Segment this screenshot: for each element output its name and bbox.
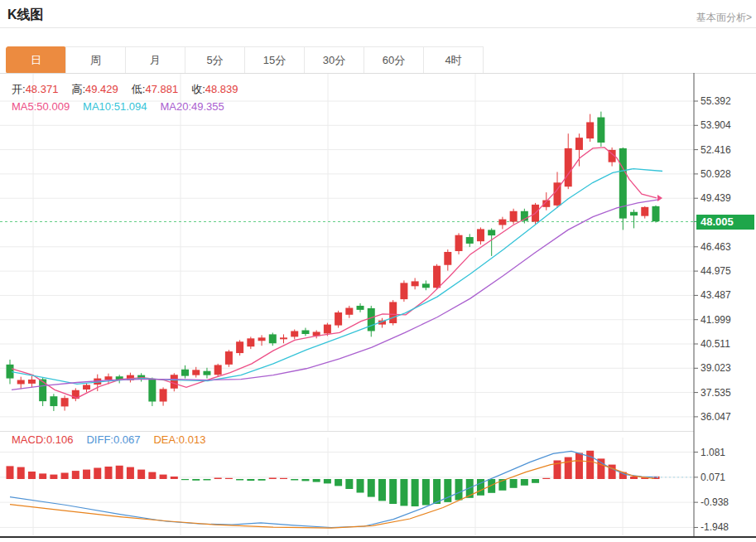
- macd-bar: [532, 479, 539, 483]
- candle-body: [148, 380, 156, 402]
- candle-body: [619, 148, 627, 219]
- current-price-marker: 48.005: [696, 215, 754, 230]
- candle-body: [498, 220, 506, 225]
- macd-bar: [597, 458, 604, 479]
- candle-body: [433, 266, 441, 288]
- macd-bar: [378, 479, 386, 501]
- axis-label: 37.535: [701, 387, 731, 399]
- info-pair: DIFF:0.067: [86, 433, 140, 446]
- info-value: 0.067: [113, 433, 141, 446]
- info-pair: 高:49.429: [71, 83, 118, 95]
- info-label: MA20:: [160, 100, 191, 113]
- candle-body: [7, 365, 14, 379]
- info-value: 49.355: [191, 100, 224, 113]
- macd-bar: [357, 479, 364, 493]
- candle-body: [357, 306, 364, 310]
- axis-label: 0.071: [701, 472, 725, 483]
- candle-body: [203, 371, 210, 375]
- macd-info-row: MACD:0.106DIFF:0.067DEA:0.013: [12, 433, 219, 446]
- candle-body: [597, 118, 604, 143]
- macd-bar: [236, 479, 243, 481]
- axis-label: 44.975: [701, 265, 731, 277]
- macd-bar: [422, 479, 430, 506]
- axis-label: 52.416: [701, 144, 731, 156]
- ohlc-info-row: 开:48.371高:49.429低:47.881收:48.839: [12, 82, 252, 97]
- candle-body: [586, 122, 594, 138]
- macd-bar: [203, 479, 210, 481]
- candle-body: [455, 235, 463, 251]
- candle-body: [181, 370, 189, 376]
- macd-bar: [192, 479, 200, 481]
- candle-body: [400, 283, 407, 299]
- candle-body: [280, 337, 287, 339]
- axis-label: 55.392: [701, 95, 731, 107]
- macd-bar: [575, 453, 583, 480]
- macd-bar: [28, 472, 36, 479]
- macd-bar: [280, 478, 287, 479]
- macd-bar: [609, 465, 616, 479]
- macd-bar: [542, 478, 550, 479]
- candle-body: [247, 338, 254, 346]
- candle-body: [652, 206, 659, 221]
- macd-bar: [630, 477, 638, 479]
- macd-bar: [214, 478, 222, 480]
- axis-label: -0.938: [701, 496, 729, 508]
- macd-bar: [510, 479, 518, 488]
- info-label: 开:: [12, 83, 26, 95]
- info-label: MACD:: [12, 433, 46, 446]
- macd-bar: [83, 470, 90, 479]
- macd-bar: [389, 479, 397, 504]
- candle-body: [291, 331, 298, 336]
- macd-bar: [291, 479, 298, 481]
- candle-body: [324, 325, 331, 334]
- info-pair: 收:48.839: [191, 83, 238, 95]
- info-pair: MA10:51.094: [83, 100, 147, 113]
- candle-body: [83, 385, 90, 390]
- axis-label: 46.463: [701, 241, 731, 253]
- ma10-line: [12, 169, 662, 385]
- info-pair: MA20:49.355: [160, 100, 224, 113]
- candle-body: [39, 380, 46, 402]
- candle-body: [28, 380, 36, 384]
- info-value: 51.094: [114, 100, 147, 113]
- macd-bar: [324, 479, 331, 483]
- info-value: 49.429: [85, 83, 118, 95]
- macd-bar: [433, 479, 441, 504]
- macd-bar: [17, 467, 25, 479]
- candle-body: [335, 312, 342, 326]
- macd-bar: [137, 470, 145, 479]
- macd-bar: [400, 479, 407, 506]
- info-value: 0.106: [46, 433, 74, 446]
- candle-body: [565, 148, 572, 186]
- macd-bar: [565, 457, 572, 479]
- macd-bar: [61, 473, 69, 480]
- candle-body: [301, 330, 309, 334]
- macd-bar: [368, 479, 375, 497]
- macd-bar: [148, 472, 156, 479]
- candle-body: [630, 212, 638, 215]
- axis-label: 39.023: [701, 362, 731, 374]
- info-pair: MACD:0.106: [12, 433, 73, 446]
- candle-body: [236, 341, 243, 353]
- candle-body: [477, 229, 484, 241]
- candle-body: [466, 237, 474, 244]
- info-label: MA10:: [83, 100, 114, 113]
- macd-bar: [160, 475, 167, 479]
- info-label: DEA:: [153, 433, 178, 446]
- macd-bar: [39, 473, 46, 479]
- axis-label: 43.487: [701, 289, 731, 301]
- info-pair: 开:48.371: [12, 83, 58, 95]
- macd-bar: [335, 479, 342, 486]
- info-label: 低:: [132, 83, 146, 95]
- candle-body: [258, 337, 266, 341]
- candle-body: [368, 308, 375, 331]
- macd-bar: [269, 478, 277, 480]
- candle-body: [422, 283, 430, 288]
- candle-body: [50, 396, 57, 406]
- candle-body: [412, 281, 419, 286]
- macd-bar: [521, 479, 528, 486]
- candle-body: [575, 138, 583, 150]
- ma20-line: [12, 200, 658, 390]
- macd-bar: [181, 479, 189, 480]
- candle-body: [160, 389, 167, 401]
